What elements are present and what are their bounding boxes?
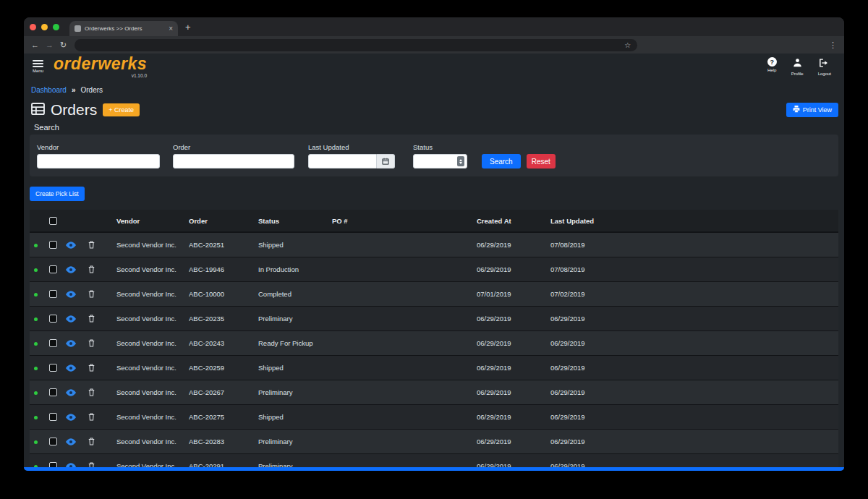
view-order-button[interactable] (61, 266, 80, 273)
row-checkbox[interactable] (49, 290, 57, 298)
app-content: Menu orderwerks v1.10.0 ? Help Profile (24, 54, 844, 471)
last-updated-cell: 06/29/2019 (550, 413, 838, 421)
row-checkbox[interactable] (49, 438, 57, 445)
help-label: Help (767, 68, 776, 72)
page-title: Orders (51, 101, 97, 119)
table-row: Second Vendor Inc. ABC-20275 Shipped 06/… (30, 405, 838, 430)
view-order-button[interactable] (61, 438, 80, 445)
browser-tab-bar: Orderwerks >> Orders × + (24, 17, 844, 36)
delete-order-button[interactable] (80, 413, 102, 421)
last-updated-cell: 06/29/2019 (550, 364, 838, 372)
delete-order-button[interactable] (80, 241, 102, 249)
order-cell[interactable]: ABC-20267 (189, 388, 258, 396)
search-panel: Vendor Order Last Updated (30, 135, 838, 176)
vendor-cell: Second Vendor Inc. (102, 290, 189, 298)
calendar-icon (382, 155, 389, 168)
order-cell[interactable]: ABC-20275 (189, 413, 258, 421)
app-version: v1.10.0 (54, 73, 147, 78)
row-checkbox[interactable] (49, 339, 57, 347)
zoom-window-button[interactable] (53, 24, 59, 30)
minimize-window-button[interactable] (41, 24, 48, 30)
eye-icon (66, 414, 76, 421)
row-checkbox[interactable] (49, 364, 57, 372)
last-updated-cell: 07/08/2019 (550, 265, 838, 273)
status-dot-icon (34, 416, 38, 419)
column-header-po: PO # (332, 217, 477, 225)
profile-button[interactable]: Profile (791, 57, 804, 76)
profile-icon (793, 57, 802, 70)
view-order-button[interactable] (61, 315, 80, 323)
search-button[interactable]: Search (482, 154, 521, 169)
date-picker-button[interactable] (377, 154, 395, 169)
tab-favicon-icon (75, 25, 81, 32)
delete-order-button[interactable] (80, 265, 102, 273)
order-cell[interactable]: ABC-20251 (189, 241, 258, 249)
view-order-button[interactable] (61, 389, 80, 396)
view-order-button[interactable] (61, 291, 80, 298)
status-cell: Preliminary (258, 388, 332, 396)
app-logo[interactable]: orderwerks v1.10.0 (54, 56, 147, 78)
order-input[interactable] (173, 154, 294, 169)
row-checkbox[interactable] (49, 265, 57, 273)
logout-button[interactable]: Logout (818, 57, 831, 76)
row-checkbox[interactable] (49, 388, 57, 396)
table-row: Second Vendor Inc. ABC-20259 Shipped 06/… (30, 356, 838, 380)
view-order-button[interactable] (61, 242, 80, 249)
delete-order-button[interactable] (80, 339, 102, 347)
create-pick-list-button[interactable]: Create Pick List (30, 187, 85, 201)
eye-icon (66, 315, 76, 323)
back-icon[interactable]: ← (31, 41, 39, 49)
delete-order-button[interactable] (80, 438, 102, 445)
order-cell[interactable]: ABC-20283 (189, 438, 258, 445)
new-tab-button[interactable]: + (185, 22, 191, 33)
order-cell[interactable]: ABC-20243 (189, 339, 258, 347)
view-order-button[interactable] (61, 414, 80, 421)
trash-icon (88, 265, 95, 273)
app-menu-button[interactable]: Menu (33, 60, 43, 73)
trash-icon (88, 315, 95, 323)
status-select[interactable] (413, 154, 467, 169)
status-cell: Shipped (258, 413, 332, 421)
vendor-input[interactable] (37, 154, 160, 169)
close-window-button[interactable] (30, 24, 36, 30)
vendor-field-label: Vendor (37, 143, 173, 151)
create-order-button[interactable]: + Create (103, 103, 140, 116)
order-field-label: Order (173, 143, 308, 151)
help-button[interactable]: ? Help (767, 57, 777, 76)
column-header-status: Status (258, 217, 332, 225)
row-checkbox[interactable] (49, 315, 57, 323)
bookmark-icon[interactable]: ☆ (624, 41, 631, 49)
table-row: Second Vendor Inc. ABC-10000 Completed 0… (30, 282, 838, 307)
order-cell[interactable]: ABC-20259 (189, 364, 258, 372)
browser-window: Orderwerks >> Orders × + ← → ↻ ☆ ⋮ Menu … (24, 17, 844, 471)
delete-order-button[interactable] (80, 388, 102, 396)
orders-table-header: Vendor Order Status PO # Created At Last… (30, 210, 838, 233)
delete-order-button[interactable] (80, 364, 102, 372)
forward-icon[interactable]: → (46, 41, 54, 49)
print-view-button[interactable]: Print View (786, 103, 838, 117)
browser-menu-icon[interactable]: ⋮ (829, 41, 837, 49)
browser-tab[interactable]: Orderwerks >> Orders × (69, 21, 178, 36)
delete-order-button[interactable] (80, 290, 102, 298)
address-bar[interactable]: ☆ (75, 39, 637, 51)
last-updated-input[interactable] (308, 154, 377, 169)
view-order-button[interactable] (61, 340, 80, 347)
status-cell: Preliminary (258, 315, 332, 323)
order-cell[interactable]: ABC-20235 (189, 315, 258, 323)
order-cell[interactable]: ABC-10000 (189, 290, 258, 298)
row-checkbox[interactable] (49, 413, 57, 421)
reset-button[interactable]: Reset (527, 154, 556, 169)
eye-icon (66, 266, 76, 273)
order-cell[interactable]: ABC-19946 (189, 265, 258, 273)
page-title-row: Orders + Create Print View (30, 101, 838, 119)
created-at-cell: 06/29/2019 (477, 241, 550, 249)
status-cell: In Production (258, 265, 332, 273)
delete-order-button[interactable] (80, 315, 102, 323)
row-checkbox[interactable] (49, 241, 57, 249)
reload-icon[interactable]: ↻ (60, 41, 67, 49)
tab-close-icon[interactable]: × (169, 25, 173, 33)
bottom-scrollbar[interactable] (24, 467, 844, 471)
view-order-button[interactable] (61, 364, 80, 372)
breadcrumb-dashboard-link[interactable]: Dashboard (31, 86, 67, 94)
select-all-checkbox[interactable] (49, 217, 57, 225)
